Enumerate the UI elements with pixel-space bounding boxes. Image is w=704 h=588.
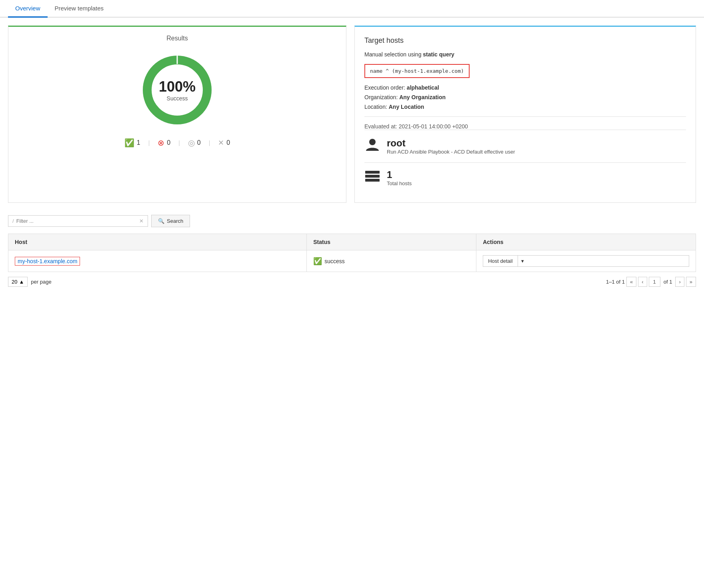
table-row: my-host-1.example.com ✅ success Host det… — [8, 250, 696, 272]
results-title: Results — [166, 35, 188, 42]
svg-rect-6 — [365, 179, 380, 182]
search-icon: 🔍 — [158, 218, 164, 224]
user-section: root Run ACD Ansible Playbook - ACD Defa… — [364, 130, 686, 162]
per-page: 20 ▲ per page — [8, 277, 52, 287]
action-caret-icon[interactable]: ▾ — [518, 256, 527, 266]
svg-rect-5 — [365, 175, 380, 178]
range-text: 1–1 of 1 — [606, 279, 625, 285]
svg-point-3 — [369, 139, 376, 145]
per-page-label: per page — [31, 279, 51, 285]
tabs-bar: Overview Preview templates — [0, 0, 704, 18]
filter-clear-icon[interactable]: ✕ — [139, 218, 144, 224]
success-icon: ✅ — [124, 138, 134, 148]
stat-pending-count: 0 — [197, 139, 201, 146]
filter-row: / ✕ 🔍 Search — [8, 215, 696, 227]
org-row: Organization: Any Organization — [364, 94, 686, 100]
col-status: Status — [307, 234, 476, 250]
user-icon — [364, 136, 380, 156]
stat-failed-count: 0 — [167, 139, 170, 146]
location-row: Location: Any Location — [364, 104, 686, 110]
status-success-icon: ✅ — [313, 257, 322, 266]
total-pages: of 1 — [664, 279, 672, 285]
actions-cell: Host detail ▾ — [476, 250, 696, 272]
filter-slash-icon: / — [12, 218, 14, 224]
stats-row: ✅ 1 | ⊗ 0 | ◎ 0 | ✕ 0 — [124, 138, 230, 148]
cancelled-icon: ✕ — [218, 138, 224, 147]
results-panel: Results 100% Success ✅ 1 — [8, 26, 346, 203]
filter-input[interactable] — [16, 218, 139, 224]
pagination-row: 20 ▲ per page 1–1 of 1 « ‹ 1 of 1 › » — [8, 277, 696, 287]
hosts-info: 1 Total hosts — [387, 169, 412, 186]
hosts-icon — [364, 170, 380, 186]
donut-percent: 100% — [159, 78, 196, 95]
filter-input-wrapper[interactable]: / ✕ — [8, 215, 148, 227]
evaluated-row: Evaluated at: 2021-05-01 14:00:00 +0200 — [364, 123, 686, 130]
target-title: Target hosts — [364, 36, 686, 45]
table-header-row: Host Status Actions — [8, 234, 696, 250]
stat-pending: ◎ 0 — [188, 138, 201, 148]
host-link[interactable]: my-host-1.example.com — [15, 257, 80, 266]
hosts-table: Host Status Actions my-host-1.example.co… — [8, 234, 696, 272]
stat-success-count: 1 — [137, 139, 140, 146]
search-button[interactable]: 🔍 Search — [151, 215, 190, 227]
col-host: Host — [8, 234, 307, 250]
stat-cancelled: ✕ 0 — [218, 138, 230, 147]
stat-success: ✅ 1 — [124, 138, 140, 148]
status-text: success — [324, 258, 345, 264]
prev-page-button[interactable]: ‹ — [638, 277, 647, 287]
next-page-button[interactable]: › — [675, 277, 684, 287]
svg-rect-4 — [365, 171, 380, 174]
per-page-caret: ▲ — [19, 279, 24, 285]
divider-1 — [364, 116, 686, 117]
stat-failed: ⊗ 0 — [158, 138, 170, 148]
query-box: name ^ (my-host-1.example.com) — [364, 64, 470, 78]
execution-row: Execution order: alphabetical — [364, 84, 686, 91]
tab-preview-templates[interactable]: Preview templates — [48, 0, 111, 18]
last-page-button[interactable]: » — [686, 277, 696, 287]
action-label[interactable]: Host detail — [483, 256, 518, 266]
pagination-controls: 1–1 of 1 « ‹ 1 of 1 › » — [606, 277, 696, 287]
current-page-button[interactable]: 1 — [649, 277, 660, 287]
per-page-button[interactable]: 20 ▲ — [8, 277, 28, 287]
per-page-value: 20 — [12, 279, 17, 285]
user-info: root Run ACD Ansible Playbook - ACD Defa… — [387, 138, 515, 155]
col-actions: Actions — [476, 234, 696, 250]
host-cell: my-host-1.example.com — [8, 250, 307, 272]
donut-chart: 100% Success — [137, 50, 217, 130]
failed-icon: ⊗ — [158, 138, 164, 148]
manual-selection: Manual selection using static query — [364, 51, 686, 58]
hosts-section: 1 Total hosts — [364, 162, 686, 193]
first-page-button[interactable]: « — [626, 277, 636, 287]
target-panel: Target hosts Manual selection using stat… — [354, 26, 696, 203]
tab-overview[interactable]: Overview — [8, 0, 48, 18]
action-button[interactable]: Host detail ▾ — [483, 255, 689, 267]
status-cell: ✅ success — [307, 250, 476, 272]
stat-cancelled-count: 0 — [226, 139, 230, 146]
pending-icon: ◎ — [188, 138, 195, 148]
donut-label: Success — [159, 95, 196, 102]
